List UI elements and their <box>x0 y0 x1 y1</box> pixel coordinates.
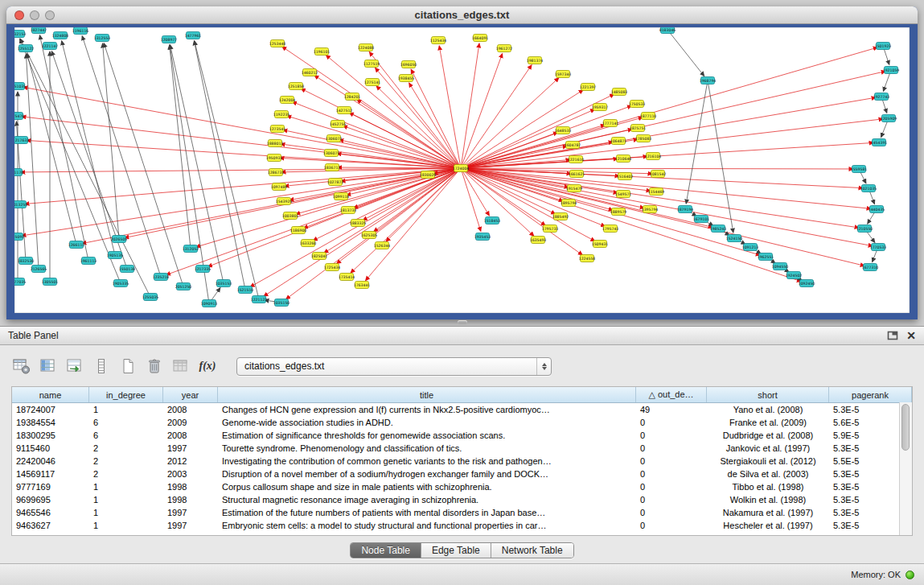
network-node[interactable]: 1306073 <box>326 135 343 142</box>
table-row[interactable]: 1938455462009Genome-wide association stu… <box>12 416 912 429</box>
network-node[interactable]: 1924502 <box>786 272 803 279</box>
network-node[interactable]: 1454391 <box>871 139 888 146</box>
network-node[interactable]: 1883325 <box>350 220 367 227</box>
network-node[interactable]: 1875751 <box>630 125 647 132</box>
network-node[interactable]: 1452755 <box>330 121 347 128</box>
network-node[interactable]: 1251858 <box>288 83 305 90</box>
network-node[interactable]: 1938455 <box>398 75 415 82</box>
network-node[interactable]: 1935453 <box>474 233 491 241</box>
network-node[interactable]: 1284201 <box>344 93 361 101</box>
column-header-2[interactable]: year <box>163 387 218 402</box>
network-node[interactable]: 1905135 <box>107 252 124 259</box>
network-node[interactable]: 1696050 <box>400 61 417 68</box>
network-node[interactable]: 1154469 <box>648 188 665 196</box>
edge[interactable] <box>667 30 704 76</box>
table-columns-icon[interactable] <box>38 356 59 377</box>
network-node[interactable]: 1027872 <box>327 179 344 186</box>
network-node[interactable]: 1518453 <box>484 217 501 225</box>
edge[interactable] <box>461 168 864 266</box>
edge[interactable] <box>26 54 39 269</box>
network-node[interactable]: 1196116 <box>72 27 89 35</box>
network-node[interactable]: 1205909 <box>881 115 897 122</box>
network-node[interactable]: 1724004 <box>453 165 470 172</box>
network-node[interactable]: 1985243 <box>710 225 727 233</box>
network-node[interactable]: 1064871 <box>610 138 627 145</box>
network-node[interactable]: 1516402 <box>617 173 634 180</box>
network-node[interactable]: 1224088 <box>358 44 375 51</box>
network-node[interactable]: 1013255 <box>14 201 27 208</box>
tab-edge-table[interactable]: Edge Table <box>421 543 491 558</box>
network-node[interactable]: 1549571 <box>615 191 632 198</box>
network-node[interactable]: 1091213 <box>742 244 759 251</box>
network-node[interactable]: 1777141 <box>602 120 619 127</box>
network-node[interactable]: 8183046 <box>659 27 676 34</box>
network-node[interactable]: 1550138 <box>119 266 136 273</box>
table-row[interactable]: 977716911998Corpus callosum shape and si… <box>12 480 912 493</box>
edge[interactable] <box>461 43 479 168</box>
network-node[interactable]: 1524150 <box>726 235 743 242</box>
network-node[interactable]: 1266111 <box>68 241 85 249</box>
network-node[interactable]: 1125434 <box>430 37 447 44</box>
edge[interactable] <box>281 144 461 168</box>
network-node[interactable]: 1305501 <box>42 278 59 286</box>
network-node[interactable]: 1526344 <box>374 242 391 249</box>
network-node[interactable]: 1217632 <box>14 137 29 144</box>
network-node[interactable]: 1950931 <box>266 154 283 162</box>
float-panel-icon[interactable] <box>887 331 898 340</box>
network-node[interactable]: 1210646 <box>615 155 632 163</box>
network-node[interactable]: 1427512 <box>336 107 353 114</box>
edge[interactable] <box>461 119 883 168</box>
network-node[interactable]: 1827447 <box>31 27 47 34</box>
network-node[interactable]: 1961272 <box>496 45 513 52</box>
network-node[interactable]: 1221610 <box>568 156 585 163</box>
table-settings-icon[interactable] <box>11 356 32 377</box>
network-node[interactable]: 1959317 <box>592 104 609 111</box>
network-node[interactable]: 1312553 <box>94 35 111 42</box>
network-node[interactable]: 1255122 <box>18 45 35 52</box>
network-node[interactable]: 1021035 <box>860 185 877 192</box>
network-node[interactable]: 2051035 <box>14 83 26 90</box>
column-header-1[interactable]: in_degree <box>89 387 163 402</box>
network-node[interactable]: 1196101 <box>314 48 331 56</box>
network-node[interactable]: 1324808 <box>52 32 69 39</box>
table-row[interactable]: 1830029562008Estimation of significance … <box>12 429 912 442</box>
network-node[interactable]: 1635493 <box>530 237 547 244</box>
network-node[interactable]: 1661621 <box>569 171 585 178</box>
network-node[interactable]: 1217335 <box>195 266 211 273</box>
table-row[interactable]: 1456911722003Disruption of a novel membe… <box>12 468 912 480</box>
network-node[interactable]: 2026505 <box>111 236 128 243</box>
network-node[interactable]: 2051250 <box>175 283 192 290</box>
edge[interactable] <box>25 168 461 204</box>
network-graph-area[interactable]: 1724004125344811961011224088112751916960… <box>14 27 910 313</box>
table-select-combo[interactable]: citations_edges.txt <box>236 357 552 376</box>
network-node[interactable]: 1559581 <box>851 166 868 173</box>
network-node[interactable]: 1186900 <box>290 227 307 234</box>
network-node[interactable]: 1677310 <box>862 264 879 271</box>
network-node[interactable]: 1763441 <box>354 282 371 289</box>
panel-splitter-handle[interactable] <box>458 320 467 324</box>
network-node[interactable]: 1221147 <box>42 43 59 50</box>
network-node[interactable]: 1877110 <box>640 113 657 120</box>
network-node[interactable]: 1035153 <box>216 280 232 287</box>
network-canvas[interactable]: 1724004125344811961011224088112751916960… <box>14 27 910 313</box>
edge[interactable] <box>369 52 461 168</box>
network-node[interactable]: 1885492 <box>552 213 569 220</box>
network-node[interactable]: 1221397 <box>580 84 597 91</box>
edge[interactable] <box>461 168 853 169</box>
column-header-0[interactable]: name <box>12 387 89 402</box>
network-node[interactable]: 1275141 <box>364 79 381 86</box>
network-node[interactable]: 1981374 <box>527 57 544 64</box>
table-row[interactable]: 911546021997Tourette syndrome. Phenomeno… <box>12 442 912 455</box>
network-node[interactable]: 1962551 <box>758 253 774 261</box>
network-node[interactable]: 1725434 <box>324 264 341 271</box>
network-node[interactable]: 1501923 <box>875 43 892 50</box>
network-node[interactable]: 1968794 <box>700 77 717 84</box>
network-node[interactable]: 1785083 <box>635 135 652 142</box>
network-node[interactable]: 1221122 <box>251 296 268 303</box>
window-titlebar[interactable]: citations_edges.txt <box>6 6 918 24</box>
network-node[interactable]: 1521510 <box>237 286 254 294</box>
edge[interactable] <box>27 54 76 245</box>
network-node[interactable]: 1208977 <box>161 36 178 43</box>
network-node[interactable]: 1440435 <box>869 206 885 213</box>
function-builder-icon[interactable]: f(x) <box>197 356 218 377</box>
